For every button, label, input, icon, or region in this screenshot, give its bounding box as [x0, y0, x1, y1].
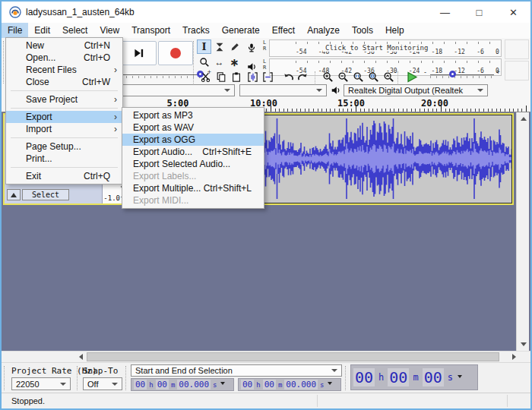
- menu-item-save-project[interactable]: Save Project›: [6, 93, 122, 106]
- menu-item-export-audio[interactable]: Export Audio...Ctrl+Shift+E: [122, 146, 264, 158]
- playback-device-combo[interactable]: Realtek Digital Output (Realtek: [344, 84, 488, 96]
- menu-item-open[interactable]: Open...Ctrl+O: [6, 52, 122, 64]
- recording-meter[interactable]: -54-48-42-36-30-24-18-12-60 Click to Sta…: [269, 39, 502, 57]
- horizontal-scrollbar[interactable]: [2, 351, 530, 362]
- zoom-toggle-button[interactable]: [382, 70, 396, 84]
- menu-file[interactable]: File: [2, 23, 28, 38]
- zoom-in-button[interactable]: [321, 70, 335, 84]
- maximize-icon[interactable]: □: [462, 2, 496, 23]
- menu-item-export-as-wav[interactable]: Export as WAV: [122, 121, 264, 134]
- monitoring-message[interactable]: Click to Start Monitoring: [323, 44, 430, 52]
- record-icon: [170, 48, 181, 58]
- menu-item-import[interactable]: Import›: [6, 123, 122, 135]
- paste-button[interactable]: [229, 70, 243, 84]
- zoom-out-button[interactable]: [336, 70, 350, 84]
- playback-device-value: Realtek Digital Output (Realtek: [348, 86, 463, 95]
- close-icon[interactable]: ✕: [496, 2, 530, 23]
- toolbar-grip[interactable]: [345, 366, 348, 390]
- copy-icon: [216, 71, 226, 83]
- scroll-up-button[interactable]: [517, 112, 530, 125]
- play-speed-slider[interactable]: - +: [424, 70, 500, 80]
- toolbar-grip[interactable]: [77, 366, 80, 390]
- undo-button[interactable]: [281, 70, 296, 84]
- multi-tool-button[interactable]: ∗: [227, 55, 242, 69]
- track-select-button[interactable]: Select: [22, 189, 69, 200]
- menu-item-exit[interactable]: ExitCtrl+Q: [6, 170, 122, 182]
- menu-item-export[interactable]: Export›: [6, 111, 122, 123]
- recording-meter-button[interactable]: [243, 40, 260, 55]
- scroll-arrow-icon: [521, 114, 527, 121]
- recording-channels-combo[interactable]: [239, 84, 327, 96]
- silence-audio-icon: [262, 71, 274, 83]
- fit-selection-button[interactable]: [351, 70, 366, 84]
- project-rate-combo[interactable]: 22050: [11, 377, 71, 390]
- snap-to-combo[interactable]: Off: [83, 377, 122, 390]
- menu-generate[interactable]: Generate: [216, 23, 266, 38]
- menu-item-export-selected-audio[interactable]: Export Selected Audio...: [122, 158, 264, 170]
- zoom-toggle-icon: [383, 71, 394, 83]
- selection-end-field[interactable]: 00h 00m 00.000s: [238, 378, 341, 391]
- toolbar-grip[interactable]: [4, 366, 7, 390]
- scroll-down-button[interactable]: [517, 339, 530, 351]
- redo-button[interactable]: [296, 70, 310, 84]
- menu-effect[interactable]: Effect: [266, 23, 301, 38]
- menu-item-close[interactable]: CloseCtrl+W: [6, 76, 122, 88]
- title-bar[interactable]: ladysusan_1_austen_64kb — □ ✕: [2, 2, 530, 23]
- undo-icon: [283, 72, 294, 82]
- menu-item-print[interactable]: Print...: [6, 153, 122, 165]
- horizontal-scroll-thumb[interactable]: [87, 352, 499, 361]
- cut-button[interactable]: [198, 70, 213, 84]
- scroll-left-button[interactable]: [74, 352, 87, 362]
- time-format-chevron-icon[interactable]: [220, 382, 225, 387]
- menu-item-new[interactable]: NewCtrl+N: [6, 39, 122, 52]
- toolbar-grip[interactable]: [315, 71, 318, 84]
- scale-value: -1.0: [103, 194, 120, 202]
- selection-mode-combo[interactable]: Start and End of Selection: [131, 364, 342, 377]
- menu-item-export-multiple[interactable]: Export Multiple...Ctrl+Shift+L: [122, 182, 264, 194]
- copy-button[interactable]: [214, 70, 228, 84]
- menu-item-export-as-mp3[interactable]: Export as MP3: [122, 109, 264, 121]
- status-divider: [507, 395, 508, 407]
- time-format-chevron-icon[interactable]: [328, 382, 332, 387]
- skip-to-end-button[interactable]: [122, 41, 157, 65]
- silence-audio-button[interactable]: [261, 70, 275, 84]
- vertical-scrollbar[interactable]: [516, 112, 529, 351]
- combo-chevron-icon: [331, 369, 337, 375]
- menu-item-export-midi: Export MIDI...: [122, 194, 264, 207]
- recording-device-combo[interactable]: [116, 84, 235, 96]
- time-format-chevron-icon[interactable]: [458, 375, 462, 380]
- time-shift-tool-button[interactable]: ↔: [212, 55, 226, 69]
- menu-tools[interactable]: Tools: [346, 23, 379, 38]
- menu-tracks[interactable]: Tracks: [176, 23, 216, 38]
- draw-tool-button[interactable]: [227, 39, 242, 54]
- fit-project-button[interactable]: [366, 70, 381, 84]
- toolbar-grip[interactable]: [125, 366, 128, 390]
- play-at-speed-button[interactable]: [403, 69, 421, 85]
- menu-item-export-as-ogg[interactable]: Export as OGG: [122, 134, 264, 146]
- trim-audio-button[interactable]: [245, 70, 260, 84]
- speed-slider-thumb[interactable]: [449, 71, 456, 77]
- selection-tool-button[interactable]: I: [197, 39, 211, 54]
- scroll-right-button[interactable]: [508, 352, 521, 362]
- status-divider: [317, 395, 318, 407]
- envelope-tool-button[interactable]: [212, 39, 226, 54]
- minimize-icon[interactable]: —: [428, 2, 462, 23]
- record-button[interactable]: [158, 41, 193, 65]
- menu-item-recent-files[interactable]: Recent Files›: [6, 64, 122, 76]
- toolbar-grip[interactable]: [193, 41, 196, 84]
- menu-help[interactable]: Help: [379, 23, 410, 38]
- menu-edit[interactable]: Edit: [28, 23, 56, 38]
- toolbar-grip[interactable]: [397, 71, 401, 84]
- zoom-tool-button[interactable]: [197, 55, 211, 69]
- menu-view[interactable]: View: [93, 23, 125, 38]
- menu-transport[interactable]: Transport: [125, 23, 176, 38]
- audio-position-field[interactable]: 00h 00m 00s: [350, 364, 478, 390]
- menu-item-page-setup[interactable]: Page Setup...: [6, 140, 122, 153]
- selection-start-field[interactable]: 00h 00m 00.000s: [131, 378, 234, 391]
- menu-select[interactable]: Select: [56, 23, 93, 38]
- speed-minus-label: -: [424, 68, 426, 76]
- selection-toolbar: Project Rate (Hz) 22050 Snap-To Off Star…: [2, 362, 530, 393]
- audacity-window: ladysusan_1_austen_64kb — □ ✕ File Edit …: [0, 0, 532, 410]
- menu-analyze[interactable]: Analyze: [301, 23, 346, 38]
- collapse-track-button[interactable]: [7, 189, 21, 200]
